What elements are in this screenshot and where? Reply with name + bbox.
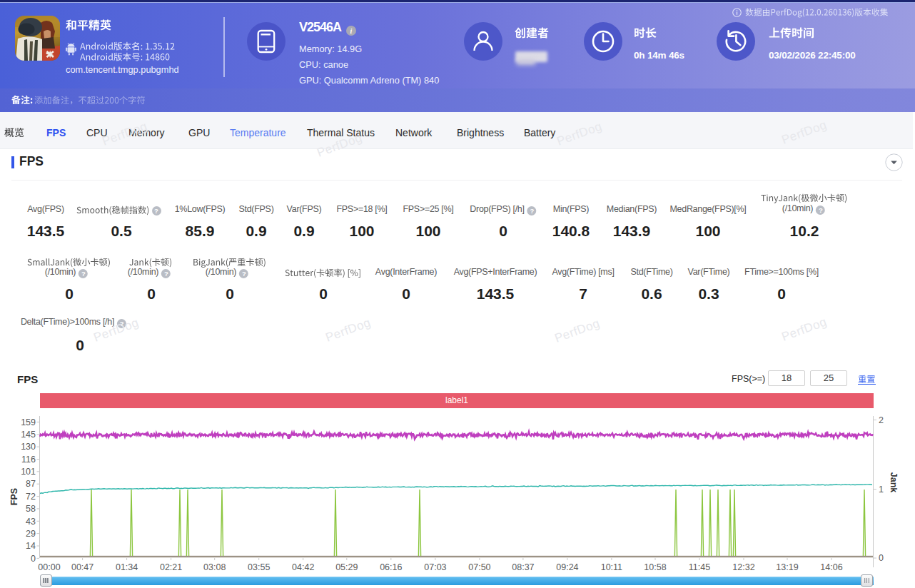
svg-text:10:58: 10:58 [644, 562, 666, 572]
svg-text:87: 87 [26, 479, 36, 489]
svg-text:0: 0 [31, 554, 36, 564]
svg-text:06:16: 06:16 [380, 562, 402, 572]
svg-text:12:32: 12:32 [732, 562, 754, 572]
svg-text:14: 14 [26, 541, 36, 551]
svg-text:09:24: 09:24 [556, 562, 578, 572]
svg-text:07:50: 07:50 [468, 562, 490, 572]
svg-text:58: 58 [26, 504, 36, 514]
svg-text:00:47: 00:47 [71, 562, 93, 572]
svg-text:72: 72 [26, 492, 36, 502]
svg-text:04:42: 04:42 [292, 562, 314, 572]
svg-text:01:34: 01:34 [116, 562, 138, 572]
svg-text:FPS: FPS [9, 488, 19, 505]
svg-text:159: 159 [21, 417, 36, 427]
svg-text:03:08: 03:08 [203, 562, 226, 572]
svg-text:145: 145 [21, 430, 36, 440]
svg-text:07:03: 07:03 [424, 562, 446, 572]
svg-text:08:37: 08:37 [512, 562, 534, 572]
svg-text:11:45: 11:45 [689, 562, 710, 572]
svg-text:116: 116 [21, 455, 36, 465]
svg-text:43: 43 [26, 517, 36, 527]
svg-text:130: 130 [21, 442, 36, 452]
svg-text:13:19: 13:19 [776, 562, 798, 572]
svg-text:00:00: 00:00 [38, 562, 60, 572]
svg-text:101: 101 [21, 467, 36, 477]
svg-text:14:06: 14:06 [820, 562, 842, 572]
svg-text:03:55: 03:55 [248, 562, 270, 572]
svg-text:2: 2 [879, 415, 884, 425]
svg-text:i: i [350, 27, 353, 35]
svg-text:05:29: 05:29 [335, 562, 358, 572]
svg-text:1: 1 [879, 485, 884, 495]
svg-text:02:21: 02:21 [160, 562, 182, 572]
svg-text:29: 29 [26, 529, 36, 539]
svg-text:10:11: 10:11 [601, 562, 622, 572]
svg-text:Jank: Jank [889, 472, 899, 493]
svg-text:0: 0 [879, 553, 884, 563]
